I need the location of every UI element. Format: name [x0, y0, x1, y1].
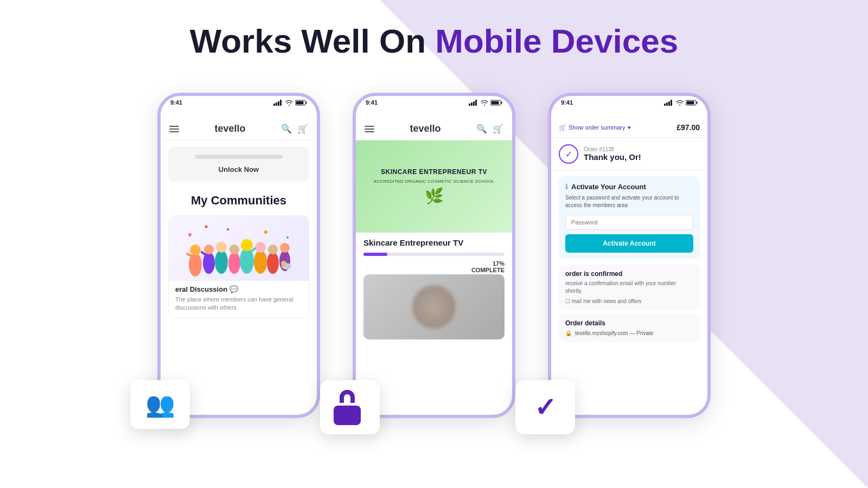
svg-rect-36	[475, 100, 477, 106]
course-thumbnail: SKINCARE ENTREPRENEUR TV ACCREDITED ORGA…	[356, 140, 512, 233]
leaf-icon: 🌿	[374, 187, 494, 205]
signal-icon2	[469, 100, 478, 106]
thank-you-message: Thank you, Or!	[584, 152, 641, 162]
svg-rect-39	[501, 101, 502, 104]
svg-point-11	[215, 250, 228, 274]
svg-point-32	[281, 261, 286, 266]
svg-point-22	[280, 243, 290, 253]
community-card[interactable]: eral Discussion 💬 The place where member…	[168, 215, 309, 318]
page-heading: Works Well On Mobile Devices	[190, 22, 678, 60]
wifi-icon3	[676, 100, 684, 106]
progress-label: 17% COMPLETE	[356, 259, 512, 274]
svg-point-10	[204, 245, 214, 254]
lock-icon	[334, 390, 366, 425]
unlock-banner: Unlock Now	[168, 147, 309, 182]
activate-account-button[interactable]: Activate Account	[565, 234, 693, 253]
wifi-icon2	[481, 100, 488, 106]
unlock-button-text[interactable]: Unlock Now	[219, 165, 259, 174]
svg-rect-38	[492, 101, 499, 104]
phone2: 9:41	[353, 93, 515, 418]
battery-icon3	[686, 100, 698, 106]
order-summary-label: Show order summary	[569, 124, 626, 131]
hamburger-icon2[interactable]	[365, 126, 374, 132]
big-checkmark-icon: ✓	[534, 392, 556, 422]
activate-section: ℹ Activate Your Account Select a passwor…	[559, 176, 700, 259]
password-input[interactable]	[565, 215, 693, 230]
lock-body	[334, 406, 361, 425]
checkbox-label: mail me with news and offers	[572, 298, 642, 304]
hamburger-icon[interactable]	[169, 126, 179, 132]
svg-rect-43	[671, 100, 672, 106]
people-icon: 👥	[145, 390, 175, 419]
phone1: 9:41	[157, 93, 320, 418]
phone3-content: 🛒 Show order summary ▾ £97.00 ✓ Order #1…	[551, 118, 707, 415]
confirmation-section: order is confirmed receive a confirmatio…	[559, 265, 700, 310]
check-circle-icon: ✓	[565, 149, 572, 159]
blurred-video	[363, 274, 505, 339]
order-details-section: Order details 🔒 tevello.myshopify.com — …	[559, 314, 700, 342]
order-detail-url: tevello.myshopify.com — Private	[575, 330, 653, 336]
signal-icon3	[664, 100, 674, 106]
phone2-brand: tevello	[410, 123, 441, 134]
float-card-lock	[320, 380, 380, 434]
battery-icon	[295, 100, 307, 106]
phone2-content: tevello 🔍 🛒 SKINCARE ENTREPRENEUR TV ACC…	[356, 118, 512, 415]
search-icon2[interactable]: 🔍	[476, 124, 487, 134]
thank-you-text: Order #1138 Thank you, Or!	[584, 146, 641, 162]
community-name: eral Discussion 💬	[175, 285, 302, 293]
phone1-content: tevello 🔍 🛒 Unlock Now My Communities	[161, 118, 317, 415]
order-price: £97.00	[676, 123, 700, 132]
phone2-wrapper: 9:41	[353, 93, 515, 418]
phones-row: 9:41	[157, 93, 711, 418]
svg-point-27	[227, 228, 229, 230]
svg-point-20	[268, 245, 278, 254]
phone3-status-bar: 9:41	[551, 99, 707, 106]
progress-percent: 17%	[493, 260, 505, 267]
svg-point-14	[229, 245, 239, 254]
wifi-icon	[285, 100, 293, 106]
phone3-status-icons	[664, 100, 698, 106]
lock-small-icon: 🔒	[565, 330, 572, 336]
svg-rect-41	[666, 102, 668, 106]
phone1-wrapper: 9:41	[157, 93, 320, 418]
progress-bar-wrap	[356, 251, 512, 259]
svg-rect-35	[473, 101, 475, 106]
communities-title: My Communities	[161, 188, 317, 215]
svg-point-13	[228, 252, 240, 274]
order-details-title: Order details	[565, 319, 693, 327]
course-thumb-subtitle: ACCREDITED ORGANIC COSMETIC SCIENCE SCHO…	[374, 179, 494, 184]
check-circle: ✓	[559, 144, 578, 164]
activate-title: Activate Your Account	[571, 183, 646, 191]
svg-rect-2	[278, 101, 279, 106]
order-summary-link[interactable]: 🛒 Show order summary ▾	[559, 124, 631, 131]
people-illustration	[179, 219, 298, 278]
activate-description: Select a password and activate your acco…	[565, 194, 693, 209]
svg-rect-5	[296, 101, 304, 104]
float-card-people: 👥	[130, 380, 190, 429]
blurred-face	[412, 285, 456, 329]
svg-point-17	[254, 250, 267, 274]
community-image	[169, 216, 309, 281]
progress-complete-label: COMPLETE	[471, 267, 505, 273]
svg-rect-0	[273, 104, 275, 106]
svg-rect-34	[471, 102, 473, 106]
cart-icon2[interactable]: 🛒	[493, 124, 503, 134]
search-icon[interactable]: 🔍	[281, 124, 292, 134]
svg-point-30	[205, 226, 208, 228]
cart-icon[interactable]: 🛒	[297, 124, 308, 134]
progress-bar-bg	[363, 253, 505, 256]
phone3-time: 9:41	[561, 99, 573, 106]
confirmation-checkbox[interactable]: ☐ mail me with news and offers	[565, 298, 693, 304]
course-title: Skincare Entrepreneur TV	[363, 238, 505, 247]
svg-rect-42	[668, 101, 670, 106]
battery-icon2	[490, 100, 502, 106]
svg-rect-1	[276, 102, 277, 106]
course-title-area: Skincare Entrepreneur TV	[356, 233, 512, 251]
phone1-status-icons	[273, 100, 307, 106]
order-number: Order #1138	[584, 146, 641, 152]
svg-point-12	[216, 242, 227, 253]
phone1-nav-icons: 🔍 🛒	[281, 124, 308, 134]
svg-rect-40	[664, 104, 666, 106]
svg-point-16	[241, 239, 253, 251]
confirmation-title: order is confirmed	[565, 270, 693, 278]
